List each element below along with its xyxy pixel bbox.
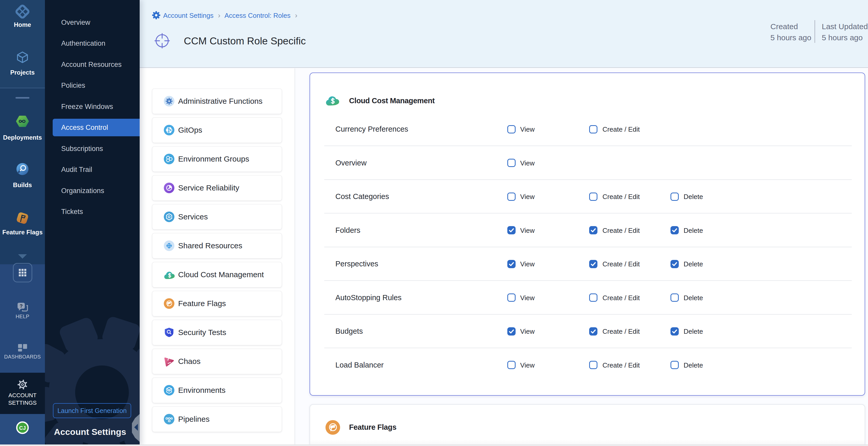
svg-text:?: ?: [20, 303, 23, 309]
svg-text:CJ: CJ: [19, 425, 26, 431]
